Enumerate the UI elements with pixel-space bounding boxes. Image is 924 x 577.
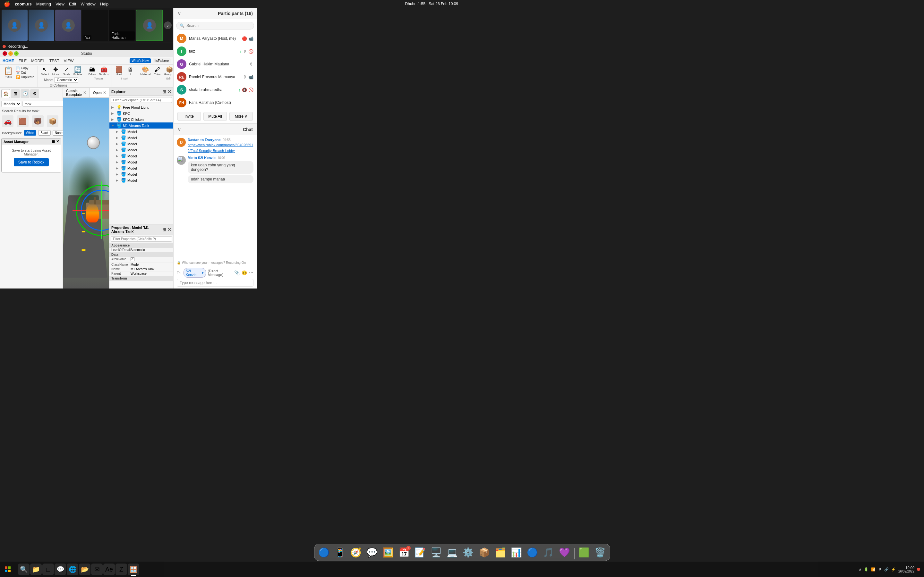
studio-menu-test[interactable]: MODEL (31, 59, 45, 63)
properties-search[interactable] (111, 236, 172, 242)
sidebar-tab-history[interactable]: 🕐 (21, 89, 29, 98)
to-value: S2I Kenzie (186, 269, 201, 277)
toolbar-select-btn[interactable]: ↖ Select (40, 66, 50, 77)
studio-menu-model[interactable]: FILE (19, 59, 27, 63)
zoom-right-panel: ∨ Participants (16) 🔍 M Marisa Paryasto … (173, 8, 257, 288)
menubar-view[interactable]: View (55, 2, 65, 6)
toolbar-scale-btn[interactable]: ⤢ Scale (61, 66, 72, 77)
video-thumb-3[interactable]: 👤 (55, 10, 81, 41)
chat-emoji-icon[interactable]: 😊 (242, 270, 247, 276)
explorer-item-flood[interactable]: ▶ 💡 Free Flood Light (110, 104, 173, 110)
properties-close-btn[interactable]: ✕ (168, 227, 171, 232)
explorer-close-btn[interactable]: ✕ (168, 89, 171, 94)
item-name: KFC (123, 111, 130, 115)
properties-resize-btn[interactable]: ⊞ (162, 227, 166, 232)
model-type-select[interactable]: Models (1, 101, 21, 107)
invite-btn[interactable]: Invite (178, 112, 201, 121)
tab-classic-close[interactable]: ✕ (83, 90, 86, 95)
more-btn[interactable]: More ∨ (229, 112, 253, 121)
chat-input[interactable] (180, 280, 250, 285)
asset-manager-close[interactable]: ✕ (56, 139, 59, 143)
chat-file-icon[interactable]: 📎 (234, 270, 240, 276)
avatar-faris: FH (177, 98, 186, 107)
explorer-item-model-3[interactable]: ▶ 🪣 Model (110, 141, 173, 147)
toolbar-material-btn[interactable]: 🎨 Material (139, 66, 152, 77)
studio-menu-plugins[interactable]: VIEW (64, 59, 74, 63)
whats-new-btn[interactable]: What's New (129, 58, 150, 63)
explorer-item-model-2[interactable]: ▶ 🪣 Model (110, 135, 173, 141)
chat-more-icon[interactable]: ⋯ (249, 270, 254, 276)
menubar-app-name[interactable]: zoom.us (15, 2, 32, 6)
explorer-item-model-7[interactable]: ▶ 🪣 Model (110, 165, 173, 171)
explorer-item-model-5[interactable]: ▶ 🪣 Model (110, 153, 173, 159)
explorer-item-kfc[interactable]: ▶ 🪣 KFC (110, 110, 173, 116)
select-icon: ↖ (42, 67, 47, 73)
toolbar-copy-btn[interactable]: 📄 Copy (15, 66, 36, 70)
itsfalbere-btn[interactable]: ItsFalbere (153, 58, 171, 63)
explorer-resize-btn[interactable]: ⊞ (162, 89, 166, 94)
titlebar-close[interactable]: ✕ (3, 51, 7, 56)
video-thumb-2[interactable]: 👤 (29, 10, 55, 41)
toolbar-paste-btn[interactable]: 📋 Paste (3, 66, 14, 79)
explorer-item-model-9[interactable]: ▶ 🪣 Model (110, 177, 173, 183)
titlebar-min[interactable]: − (8, 51, 13, 56)
video-thumb-faris[interactable]: Faris Hafizhan (109, 10, 135, 41)
toolbar-color-btn[interactable]: 🖌 Color (152, 66, 162, 77)
participants-search-input[interactable] (186, 23, 250, 28)
studio-menu-home[interactable]: HOME (3, 59, 14, 63)
explorer-item-model-1[interactable]: ▶ 🪣 Model (110, 129, 173, 135)
toolbar-toolbox-btn[interactable]: 🧰 Toolbox (98, 66, 110, 77)
chat-link-dastan[interactable]: https://web.roblox.com/games/8940265912/… (188, 143, 253, 153)
participants-search-bar[interactable]: 🔍 (176, 22, 254, 29)
video-thumb-1[interactable]: 👤 (2, 10, 27, 41)
chat-to-select[interactable]: S2I Kenzie ▾ (184, 268, 206, 277)
model-item-2[interactable]: 🟫 (17, 115, 29, 127)
explorer-search[interactable] (111, 97, 172, 103)
video-thumb-active[interactable]: 👤 (136, 10, 163, 41)
mute-all-btn[interactable]: Mute All (204, 112, 227, 121)
menubar-edit[interactable]: Edit (69, 2, 76, 6)
model-item-3[interactable]: 🐻 (32, 115, 44, 127)
mode-select[interactable]: Geometric (54, 77, 78, 83)
video-thumb-faiz[interactable]: faiz (82, 10, 108, 41)
archivable-checkbox[interactable] (131, 258, 134, 261)
apple-menu[interactable]: 🍎 (4, 1, 10, 7)
sidebar-tab-grid[interactable]: ⊞ (11, 89, 20, 98)
toolbar-editor-btn[interactable]: 🏔 Editor (87, 66, 97, 77)
bg-black-btn[interactable]: Black (38, 130, 50, 135)
chat-to-label: To: (177, 271, 182, 275)
raise-hand-icon: ↑ (240, 49, 242, 54)
save-roblox-btn[interactable]: Save to Roblox (14, 158, 49, 166)
participants-collapse[interactable]: ∨ (178, 10, 181, 16)
sidebar-tab-settings[interactable]: ⚙ (30, 89, 39, 98)
toolbar-rotate-btn[interactable]: 🔄 Rotate (73, 66, 83, 77)
chat-collapse[interactable]: ∨ (178, 126, 181, 132)
viewport-tab-classic[interactable]: Classic Baseplate ✕ (63, 88, 90, 97)
model-item-4[interactable]: 📦 (47, 115, 58, 127)
menubar-meeting[interactable]: Meeting (36, 2, 51, 6)
sidebar-tab-home[interactable]: 🏠 (1, 89, 10, 98)
toolbar-duplicate-btn[interactable]: 🔁 Duplicate (15, 75, 36, 79)
model-item-1[interactable]: 🚗 (2, 115, 13, 127)
asset-manager-resize[interactable]: ⊞ (52, 139, 55, 143)
explorer-item-model-6[interactable]: ▶ 🪣 Model (110, 159, 173, 165)
menubar-window[interactable]: Window (81, 2, 95, 6)
bg-white-btn[interactable]: White (24, 130, 37, 135)
menubar-help[interactable]: Help (100, 2, 109, 6)
video-nav-next[interactable]: › (164, 21, 172, 29)
collisions-btn[interactable]: ☑ Collisions (48, 83, 74, 87)
viewport-scene[interactable] (63, 98, 109, 288)
toolbar-group-btn[interactable]: 📦 Group ▾ (163, 66, 173, 77)
studio-menu-view[interactable]: TEST (49, 59, 59, 63)
toolbar-ui-btn[interactable]: 🖥 UI (125, 66, 135, 77)
toolbar-part-btn[interactable]: 🟫 Part (114, 66, 124, 77)
viewport-tab-open[interactable]: Open ✕ (90, 88, 109, 97)
explorer-item-kfc-chicken[interactable]: ▶ 🪣 KFC Chicken (110, 116, 173, 122)
explorer-item-model-4[interactable]: ▶ 🪣 Model (110, 147, 173, 153)
tab-open-close[interactable]: ✕ (103, 90, 106, 95)
toolbar-cut-btn[interactable]: ✂️ Cut (15, 71, 36, 75)
explorer-item-tank[interactable]: ▼ 🪣 M1 Abrams Tank (110, 122, 173, 129)
explorer-item-model-8[interactable]: ▶ 🪣 Model (110, 171, 173, 177)
toolbar-move-btn[interactable]: ✥ Move (51, 66, 61, 77)
titlebar-max[interactable]: + (14, 51, 19, 56)
